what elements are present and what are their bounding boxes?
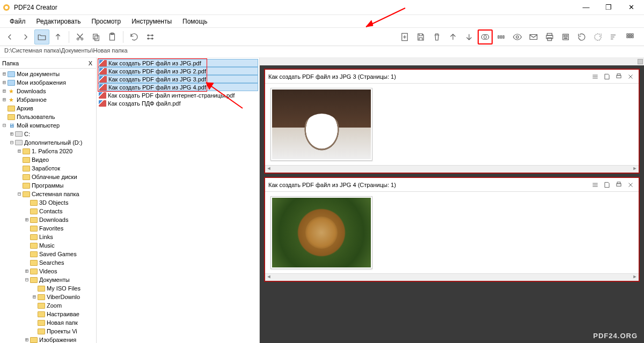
- copy-button[interactable]: [89, 29, 104, 44]
- save-button[interactable]: [413, 29, 428, 44]
- top-scrollbar[interactable]: [260, 58, 644, 65]
- tree-node[interactable]: Заработок: [0, 164, 96, 173]
- page-thumbnail[interactable]: [270, 88, 372, 161]
- file-item[interactable]: Как создать PDF файл интернет-страницы.p…: [98, 91, 258, 99]
- folder-tree[interactable]: ⊞Мои документы⊞Мои изображения⊞★Download…: [0, 69, 96, 343]
- svg-rect-24: [564, 35, 567, 36]
- tree-node[interactable]: ⊟Документы: [0, 275, 96, 284]
- up-level-button[interactable]: [50, 29, 65, 44]
- close-icon[interactable]: [626, 180, 635, 190]
- fax-button[interactable]: [558, 29, 573, 44]
- file-list[interactable]: Как создать PDF файл из JPG.pdfКак созда…: [98, 59, 258, 107]
- document-card: Как создать PDF файл из JPG 3 (Страницы:…: [264, 69, 640, 174]
- grid-view-button[interactable]: [623, 29, 638, 44]
- menu-icon[interactable]: [590, 180, 600, 190]
- close-button[interactable]: ✕: [620, 1, 642, 14]
- menu-help[interactable]: Помощь: [177, 16, 213, 27]
- tree-node[interactable]: Links: [0, 233, 96, 241]
- open-folder-button[interactable]: [34, 29, 49, 44]
- file-item[interactable]: Как создать ПДФ файл.pdf: [98, 99, 258, 107]
- tree-node[interactable]: Saved Games: [0, 250, 96, 258]
- file-item[interactable]: Как создать PDF файл из JPG.pdf: [98, 59, 258, 67]
- back-button[interactable]: [2, 29, 17, 44]
- rotate-right-button[interactable]: [590, 29, 605, 44]
- tree-node[interactable]: ⊞Videos: [0, 267, 96, 275]
- tree-label: Downloads: [17, 87, 46, 95]
- menu-file[interactable]: Файл: [4, 16, 31, 27]
- paste-button[interactable]: [105, 29, 120, 44]
- save-icon[interactable]: [602, 180, 612, 190]
- tree-close-button[interactable]: X: [87, 60, 94, 66]
- folder-icon: [30, 260, 38, 266]
- folder-icon: [30, 234, 38, 240]
- tree-node[interactable]: Облачные диски: [0, 173, 96, 181]
- tree-node[interactable]: ⊞C:: [0, 130, 96, 138]
- forward-button[interactable]: [18, 29, 33, 44]
- tree-node[interactable]: Видео: [0, 155, 96, 164]
- menu-tools[interactable]: Инструменты: [126, 16, 177, 27]
- tree-node[interactable]: Searches: [0, 258, 96, 267]
- close-icon[interactable]: [626, 72, 635, 81]
- tree-label: Пользователь: [17, 113, 55, 121]
- tree-node[interactable]: Программы: [0, 181, 96, 190]
- tree-node[interactable]: Пользователь: [0, 113, 96, 121]
- settings-button[interactable]: [143, 29, 158, 44]
- rotate-left-button[interactable]: [574, 29, 589, 44]
- move-down-button[interactable]: [462, 29, 477, 44]
- tree-node[interactable]: ⊟Дополнительный (D:): [0, 138, 96, 147]
- cut-button[interactable]: [72, 29, 87, 44]
- tree-header-label: Папка: [2, 60, 87, 66]
- tree-node[interactable]: ⊞★Downloads: [0, 87, 96, 95]
- tree-label: Настраивае: [47, 310, 79, 318]
- tree-node[interactable]: 3D Objects: [0, 198, 96, 207]
- maximize-button[interactable]: ❐: [598, 1, 619, 14]
- print-icon[interactable]: [614, 180, 624, 190]
- folder-icon: [23, 157, 30, 163]
- file-item[interactable]: Как создать PDF файл из JPG 2.pdf: [98, 67, 258, 75]
- refresh-button[interactable]: [127, 29, 142, 44]
- tree-node[interactable]: Настраивае: [0, 310, 96, 318]
- app-icon: [2, 3, 11, 12]
- svg-rect-32: [630, 36, 631, 38]
- tree-node[interactable]: Music: [0, 241, 96, 250]
- move-up-button[interactable]: [445, 29, 460, 44]
- delete-button[interactable]: [429, 29, 444, 44]
- doc-scrollbar[interactable]: ◄►: [265, 165, 639, 173]
- split-button[interactable]: [494, 29, 509, 44]
- pdf-icon: [99, 84, 107, 91]
- tree-node[interactable]: ⊞1. Работа 2020: [0, 147, 96, 155]
- tree-node[interactable]: ⊞Мои изображения: [0, 78, 96, 87]
- new-doc-button[interactable]: [397, 29, 412, 44]
- tree-node[interactable]: ⊞Изображения: [0, 335, 96, 343]
- merge-button[interactable]: [478, 29, 493, 44]
- print-icon[interactable]: [614, 72, 624, 81]
- tree-node[interactable]: Новая папк: [0, 318, 96, 327]
- email-button[interactable]: [526, 29, 541, 44]
- tree-node[interactable]: ⊟Системная папка: [0, 190, 96, 198]
- tree-node[interactable]: Архив: [0, 104, 96, 113]
- svg-point-26: [565, 38, 566, 39]
- menu-edit[interactable]: Редактировать: [31, 16, 86, 27]
- preview-button[interactable]: [510, 29, 525, 44]
- tree-node[interactable]: ⊞Downloads: [0, 215, 96, 224]
- tree-node[interactable]: ⊞ViberDownlo: [0, 293, 96, 301]
- tree-node[interactable]: Contacts: [0, 207, 96, 215]
- tree-node[interactable]: ⊞★Избранное: [0, 95, 96, 104]
- tree-node[interactable]: ⊟🖥Мой компьютер: [0, 121, 96, 130]
- tree-node[interactable]: Favorites: [0, 224, 96, 233]
- tree-node[interactable]: Проекты Vi: [0, 327, 96, 335]
- page-thumbnail[interactable]: [270, 196, 372, 269]
- tree-node[interactable]: My ISO Files: [0, 284, 96, 293]
- file-item[interactable]: Как создать PDF файл из JPG 3.pdf: [98, 75, 258, 83]
- tree-node[interactable]: ⊞Мои документы: [0, 70, 96, 78]
- sort-button[interactable]: [606, 29, 621, 44]
- minimize-button[interactable]: —: [575, 1, 597, 14]
- tree-label: Saved Games: [39, 250, 77, 258]
- menu-view[interactable]: Просмотр: [86, 16, 126, 27]
- print-button[interactable]: [542, 29, 557, 44]
- menu-icon[interactable]: [590, 72, 600, 81]
- doc-scrollbar[interactable]: ◄►: [265, 273, 639, 281]
- save-icon[interactable]: [602, 72, 612, 81]
- file-item[interactable]: Как создать PDF файл из JPG 4.pdf: [98, 83, 258, 91]
- tree-node[interactable]: Zoom: [0, 301, 96, 310]
